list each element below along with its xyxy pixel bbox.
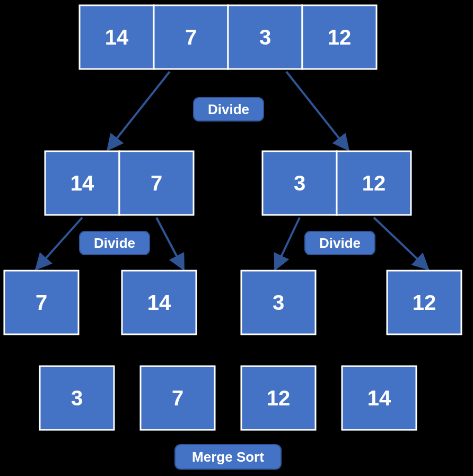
svg-text:Merge Sort: Merge Sort [192, 449, 264, 465]
row3-cell-1: 14 [147, 291, 171, 314]
row2-right: 3 12 [262, 151, 411, 215]
row4-cell-2: 12 [267, 386, 291, 410]
arrow-down-right-1 [286, 72, 347, 149]
divide-label-2: Divide [80, 231, 150, 255]
row1-cell-0: 14 [105, 25, 129, 49]
row3-cell-2: 3 [273, 291, 284, 314]
arrow-down-left-1 [109, 72, 170, 149]
row2-left: 14 7 [45, 151, 194, 215]
arrow-r-l [276, 218, 300, 268]
row3-cell-0: 7 [36, 291, 47, 314]
row3-cells: 7 14 3 12 [4, 271, 461, 334]
divide-label-3: Divide [305, 231, 375, 255]
row1-cell-2: 3 [259, 25, 271, 49]
divide-label-1: Divide [194, 98, 264, 121]
arrow-l-r [156, 218, 183, 268]
row4-sorted: 3 7 12 14 [40, 366, 416, 430]
row1-cell-1: 7 [185, 25, 197, 49]
row4-cell-0: 3 [71, 386, 83, 410]
svg-text:Divide: Divide [94, 235, 135, 251]
arrow-l-l [37, 218, 82, 268]
row2-left-1: 7 [151, 171, 162, 195]
arrow-r-r [374, 218, 427, 268]
row1-array: 14 7 3 12 [80, 5, 376, 69]
row4-cell-1: 7 [172, 386, 183, 410]
row2-right-0: 3 [294, 171, 305, 195]
row1-cell-3: 12 [328, 25, 352, 49]
row3-cell-3: 12 [413, 291, 436, 314]
row2-right-1: 12 [362, 171, 386, 195]
svg-text:Divide: Divide [319, 235, 361, 251]
row4-cell-3: 14 [367, 386, 391, 410]
merge-sort-label: Merge Sort [175, 445, 281, 469]
merge-sort-diagram: 14 7 3 12 Divide 14 7 3 12 Divide Divide [0, 0, 473, 476]
row2-left-0: 14 [71, 171, 94, 195]
svg-text:Divide: Divide [208, 101, 249, 117]
